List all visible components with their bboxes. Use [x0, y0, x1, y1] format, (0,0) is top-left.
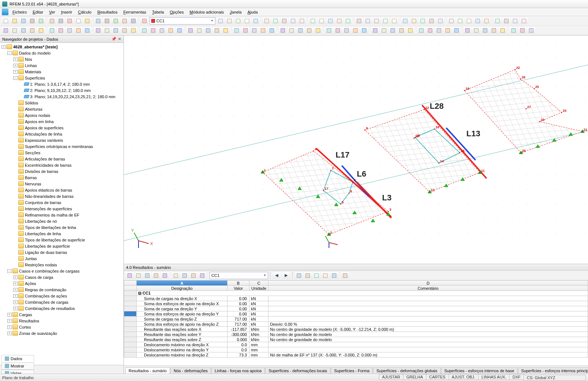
- tree-twisty-icon[interactable]: [19, 89, 23, 92]
- table-row[interactable]: Soma de cargas na direção X0.00kN: [124, 296, 588, 301]
- tree-twisty-icon[interactable]: +: [7, 319, 12, 323]
- tree-twisty-icon[interactable]: [13, 251, 18, 254]
- toolbar-button[interactable]: [305, 26, 313, 34]
- toolbar-button[interactable]: [167, 26, 175, 34]
- tree-twisty-icon[interactable]: [13, 176, 18, 180]
- toolbar-button[interactable]: [472, 26, 480, 34]
- toolbar-button[interactable]: [11, 17, 19, 25]
- tree-twisty-icon[interactable]: [13, 238, 18, 242]
- col-letter[interactable]: D: [269, 281, 588, 286]
- toolbar-button[interactable]: [250, 26, 258, 34]
- tree-twisty-icon[interactable]: [13, 138, 18, 142]
- tree-twisty-icon[interactable]: [13, 226, 18, 229]
- tree-item[interactable]: +Cortes: [0, 324, 123, 330]
- toolbar-button[interactable]: [129, 26, 137, 34]
- table-row[interactable]: Soma dos esforços de apoio na direção Z7…: [124, 322, 588, 327]
- toolbar-button[interactable]: [263, 17, 271, 25]
- col-letter[interactable]: C: [249, 281, 269, 286]
- col-header[interactable]: Comentário: [269, 286, 588, 291]
- toolbar-button[interactable]: [288, 26, 296, 34]
- toolbar-button[interactable]: [140, 17, 148, 25]
- tree-item[interactable]: +Combinações de ações: [0, 293, 123, 299]
- tree-item[interactable]: +Regras de combinação: [0, 286, 123, 293]
- toolbar-button[interactable]: [289, 17, 297, 25]
- tree-twisty-icon[interactable]: [19, 82, 23, 86]
- results-tab[interactable]: Superfícies - esforços internos de base: [441, 367, 518, 374]
- toolbar-button[interactable]: [268, 26, 276, 34]
- toolbar-button[interactable]: [48, 17, 56, 25]
- toolbar-button[interactable]: [419, 17, 427, 25]
- tree-twisty-icon[interactable]: −: [7, 51, 12, 55]
- results-tab[interactable]: Superfícies - Forma: [331, 367, 373, 374]
- results-tab[interactable]: Superfícies - deformações locais: [265, 367, 330, 374]
- toolbar-button[interactable]: [406, 26, 414, 34]
- tree-item[interactable]: Ligação de duas barras: [0, 249, 123, 255]
- tree-item[interactable]: Apoios elásticos de barras: [0, 187, 123, 193]
- tree-twisty-icon[interactable]: [13, 263, 18, 267]
- table-row[interactable]: Soma de cargas na direção Y0.00kN: [124, 306, 588, 311]
- tree-item[interactable]: Libertações de nó: [0, 218, 123, 224]
- menu-inserir[interactable]: Inserir: [58, 9, 75, 15]
- tree-item[interactable]: Secções: [0, 149, 123, 156]
- toolbar-button[interactable]: [37, 17, 45, 25]
- navigator-tree[interactable]: −4628_aberturas* [teste]−Dados do modelo…: [0, 43, 123, 365]
- toolbar-button[interactable]: [444, 26, 452, 34]
- tree-item[interactable]: Excentricidades de barras: [0, 162, 123, 168]
- toolbar-button[interactable]: [83, 17, 91, 25]
- tree-twisty-icon[interactable]: +: [7, 313, 12, 317]
- toolbar-button[interactable]: [364, 17, 372, 25]
- tree-twisty-icon[interactable]: [13, 170, 18, 173]
- tree-item[interactable]: 1: Plano; 1-3,6,17,4; 2; 180.0 mm: [0, 81, 123, 87]
- toolbar-button[interactable]: [94, 26, 102, 34]
- toolbar-button[interactable]: [520, 17, 528, 25]
- tree-twisty-icon[interactable]: +: [13, 294, 18, 298]
- tree-twisty-icon[interactable]: +: [13, 58, 18, 61]
- toolbar-button[interactable]: [57, 26, 65, 34]
- tree-item[interactable]: −Dados do modelo: [0, 50, 123, 56]
- toolbar-button[interactable]: [304, 271, 312, 280]
- toolbar-button[interactable]: [456, 17, 464, 25]
- toolbar-button[interactable]: [355, 17, 363, 25]
- toolbar-button[interactable]: [74, 26, 82, 34]
- tree-twisty-icon[interactable]: [13, 132, 18, 136]
- navigator-tab-mostrar[interactable]: Mostrar: [1, 362, 34, 370]
- toolbar-button[interactable]: [397, 26, 406, 34]
- toolbar-button[interactable]: [28, 26, 36, 34]
- tree-item[interactable]: Divisões de barras: [0, 168, 123, 174]
- tree-twisty-icon[interactable]: [13, 188, 18, 192]
- loadcase-combo[interactable]: CC1 ▼: [149, 17, 215, 25]
- tree-item[interactable]: Libertações de linha: [0, 230, 123, 237]
- toolbar-button[interactable]: [149, 26, 157, 34]
- toolbar-button[interactable]: [390, 17, 398, 25]
- results-tab[interactable]: Linhas - forças nos apoios: [211, 367, 265, 374]
- toolbar-button[interactable]: [309, 17, 317, 25]
- toolbar-button[interactable]: [233, 26, 241, 34]
- menu-cálculo[interactable]: Cálculo: [75, 9, 95, 15]
- toolbar-button[interactable]: [318, 17, 326, 25]
- tree-item[interactable]: +Combinações de cargas: [0, 299, 123, 305]
- table-row[interactable]: Soma dos esforços de apoio na direção Y0…: [124, 311, 588, 317]
- tree-item[interactable]: +Nós: [0, 56, 123, 62]
- table-row[interactable]: Soma dos esforços de apoio na direção X0…: [124, 301, 588, 306]
- toolbar-button[interactable]: [401, 17, 409, 25]
- toolbar-button[interactable]: [103, 26, 111, 34]
- toolbar-button[interactable]: [389, 26, 397, 34]
- tree-twisty-icon[interactable]: [13, 120, 18, 123]
- col-header[interactable]: Unidade: [249, 286, 269, 291]
- tree-item[interactable]: +Zonas de suavização: [0, 330, 123, 336]
- toolbar-button[interactable]: [313, 271, 321, 280]
- tree-item[interactable]: +Casos de carga: [0, 274, 123, 280]
- col-letter[interactable]: B: [228, 281, 249, 286]
- status-toggle[interactable]: CARTES: [426, 374, 449, 380]
- tree-twisty-icon[interactable]: +: [7, 325, 12, 329]
- menu-ver[interactable]: Ver: [46, 9, 58, 15]
- tree-item[interactable]: +Combinações de resultados: [0, 305, 123, 311]
- toolbar-button[interactable]: [380, 26, 388, 34]
- menu-ficheiro[interactable]: Ficheiro: [10, 9, 30, 15]
- toolbar-button[interactable]: [28, 17, 36, 25]
- toolbar-button[interactable]: [428, 17, 436, 25]
- menu-módulos adicionais[interactable]: Módulos adicionais: [186, 9, 227, 15]
- table-row[interactable]: Deslocamento máximo na direção Z73.3mmNó…: [124, 352, 588, 358]
- table-row[interactable]: Resultante das reações sobre X-117.857kN…: [124, 327, 588, 332]
- toolbar-button[interactable]: [343, 26, 351, 34]
